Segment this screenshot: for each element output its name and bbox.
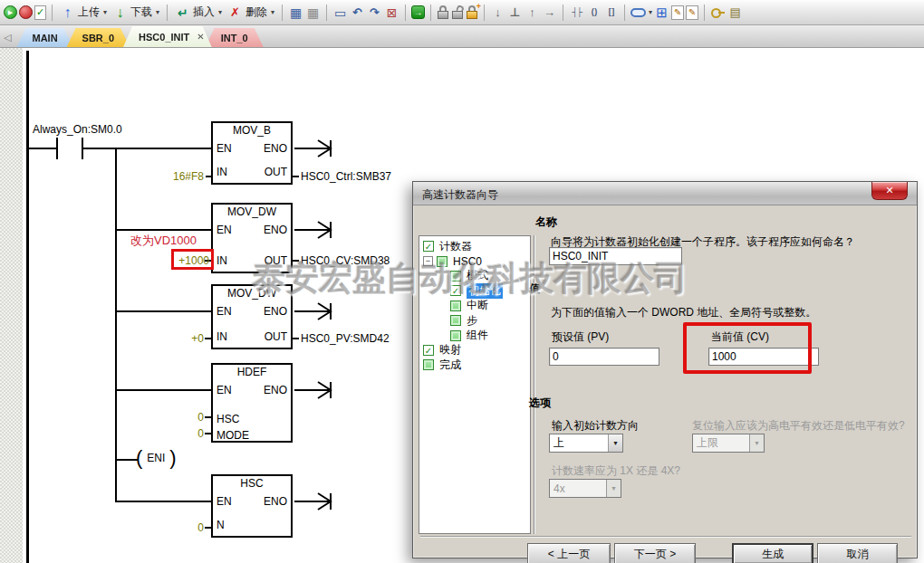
combo-arrow-icon[interactable]: ▼	[608, 434, 622, 452]
checkbox-unchecked-icon[interactable]	[450, 330, 461, 341]
tree-item-interrupt[interactable]: 中断	[419, 299, 530, 313]
tab-close-icon[interactable]: ✕	[197, 32, 204, 42]
chevron-down-icon[interactable]: ▾	[271, 8, 274, 16]
value-prompt: 为下面的值输入一个 DWORD 地址、全局符号或整数。	[551, 305, 816, 320]
download-button[interactable]: 下载 ▾	[111, 4, 161, 21]
operand-value[interactable]: 16#F8	[163, 170, 204, 183]
tree-item-label[interactable]: 模式	[467, 268, 488, 283]
checkbox-unchecked-icon[interactable]	[423, 359, 434, 370]
tab-hsc0-init-label: HSC0_INIT	[139, 32, 189, 43]
tree-item-steps[interactable]: 步	[419, 313, 530, 328]
pv-input[interactable]	[549, 348, 659, 366]
tree-item-mode[interactable]: 模式	[419, 269, 530, 283]
network-view-icon[interactable]	[288, 5, 303, 20]
lock-closed-icon[interactable]	[437, 5, 449, 20]
lock-add-icon[interactable]	[466, 5, 478, 20]
branch-junction-icon[interactable]: ⊥	[507, 5, 523, 20]
eni-coil[interactable]: ( ENI )	[136, 448, 177, 468]
delete-box-icon[interactable]	[384, 5, 399, 20]
dialog-titlebar[interactable]: 高速计数器向导 ✕	[413, 182, 917, 205]
operand-value[interactable]: 0	[189, 427, 204, 440]
upload-arrow-icon	[60, 5, 75, 20]
run-mode-icon[interactable]	[411, 5, 425, 19]
stop-icon[interactable]	[19, 5, 33, 19]
operand-symbol[interactable]: HSC0_CV:SMD38	[301, 254, 390, 267]
pin-out: OUT	[265, 330, 287, 343]
tree-item-label[interactable]: 中断	[467, 298, 488, 313]
empty-box-icon[interactable]	[332, 5, 348, 20]
undo-icon[interactable]	[350, 5, 365, 20]
generate-button[interactable]: 生成	[732, 543, 813, 563]
network-view-alt-icon[interactable]	[305, 5, 321, 20]
previous-page-button[interactable]: < 上一页	[527, 543, 611, 563]
upload-button[interactable]: 上传 ▾	[58, 4, 109, 21]
contact-bar[interactable]	[56, 138, 58, 159]
chevron-down-icon[interactable]: ▾	[103, 8, 107, 16]
direction-combo[interactable]: 上 ▼	[549, 434, 623, 453]
collapse-icon[interactable]: −	[423, 256, 433, 266]
tree-item-hsc0[interactable]: − HSC0	[419, 253, 530, 268]
line-up-icon[interactable]: ↑	[525, 5, 540, 20]
edit-note-icon[interactable]	[671, 5, 684, 20]
contact-icon[interactable]: ┤├	[569, 5, 584, 20]
checkbox-checked-icon[interactable]	[423, 241, 434, 252]
mov-dw-block-pv[interactable]: MOV_DW EN ENO IN OUT	[211, 284, 293, 349]
hsc-block[interactable]: HSC EN ENO N	[211, 474, 293, 538]
address-tag-icon[interactable]	[630, 8, 646, 17]
checkbox-unchecked-icon[interactable]	[437, 256, 448, 267]
tree-item-label[interactable]: 完成	[439, 358, 461, 373]
tree-item-label[interactable]: 组件	[467, 328, 488, 343]
compile-icon[interactable]	[34, 5, 46, 20]
operand-symbol[interactable]: HSC0_Ctrl:SMB37	[301, 170, 391, 183]
tree-item-components[interactable]: 组件	[419, 328, 530, 342]
tree-item-label-selected[interactable]: 初始化	[467, 283, 503, 299]
operand-value[interactable]: 0	[189, 411, 204, 424]
chevron-down-icon[interactable]: ▾	[218, 8, 222, 16]
close-icon[interactable]: ✕	[871, 182, 908, 200]
tab-main[interactable]: MAIN	[16, 28, 72, 47]
tree-item-label[interactable]: 映射	[439, 342, 461, 358]
tree-item-initialization[interactable]: 初始化	[419, 283, 530, 298]
next-page-button[interactable]: 下一页 >	[614, 543, 696, 563]
certificate-icon[interactable]: ▤	[727, 5, 743, 20]
tab-scroll-left-icon[interactable]: ◁	[4, 32, 11, 43]
lock-open-icon[interactable]	[451, 5, 464, 20]
mov-b-block[interactable]: MOV_B EN ENO IN OUT	[211, 121, 293, 185]
edit-note-alt-icon[interactable]	[686, 5, 698, 20]
tree-item-mapping[interactable]: 映射	[419, 343, 530, 358]
line-right-icon[interactable]: →	[542, 5, 557, 20]
insert-network-button[interactable]: 插入 ▾	[173, 4, 224, 21]
tab-sbr0[interactable]: SBR_0	[67, 28, 130, 47]
branch-down-icon[interactable]: ↓	[490, 5, 505, 20]
subroutine-name-input[interactable]	[549, 247, 682, 265]
tree-item-label[interactable]: HSC0	[453, 255, 482, 268]
checkbox-unchecked-icon[interactable]	[450, 271, 461, 282]
redo-icon[interactable]	[367, 5, 382, 20]
checkbox-checked-icon[interactable]	[450, 285, 461, 296]
checkbox-unchecked-icon[interactable]	[450, 315, 461, 326]
operand-value[interactable]: +0	[182, 332, 204, 345]
operand-symbol[interactable]: HSC0_PV:SMD42	[301, 332, 390, 345]
pin-en: EN	[217, 142, 232, 155]
run-icon[interactable]	[4, 5, 17, 19]
tree-item-label[interactable]: 计数器	[439, 239, 472, 254]
tree-item-label[interactable]: 步	[467, 313, 477, 329]
tree-item-counter[interactable]: 计数器	[419, 239, 530, 253]
cancel-button[interactable]: 取消	[817, 543, 898, 563]
chevron-down-icon[interactable]: ▾	[649, 8, 652, 16]
delete-network-button[interactable]: 删除 ▾	[226, 4, 276, 21]
tab-hsc0-init[interactable]: HSC0_INIT ✕	[123, 26, 212, 47]
operand-value[interactable]: 0	[189, 521, 204, 534]
hdef-block[interactable]: HDEF EN ENO HSC MODE	[211, 363, 293, 443]
chevron-down-icon[interactable]: ▾	[156, 8, 159, 16]
function-box-icon[interactable]: [ ]	[603, 5, 619, 20]
symbol-table-icon[interactable]	[654, 5, 669, 20]
checkbox-checked-icon[interactable]	[423, 345, 434, 356]
key-icon[interactable]	[710, 5, 726, 20]
pin-tick	[293, 260, 299, 262]
tree-item-finish[interactable]: 完成	[419, 358, 530, 372]
checkbox-unchecked-icon[interactable]	[450, 301, 461, 311]
coil-icon[interactable]: ( )	[586, 5, 602, 20]
mov-dw-block-cv[interactable]: MOV_DW EN ENO IN OUT	[211, 203, 293, 273]
tab-int0[interactable]: INT_0	[206, 28, 264, 47]
